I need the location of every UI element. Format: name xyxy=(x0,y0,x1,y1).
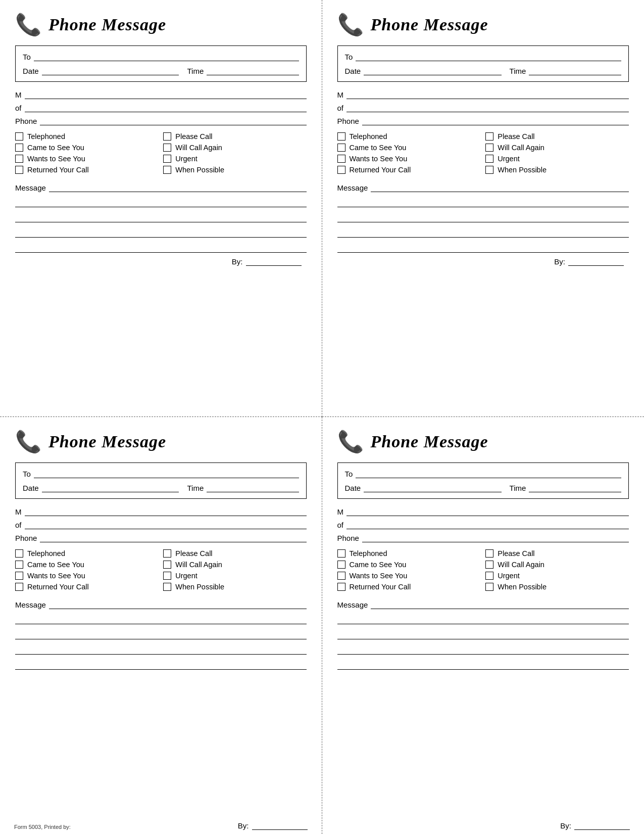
card-2-checkbox-when-possible[interactable]: When Possible xyxy=(485,166,629,174)
card-4-checkbox-will-call[interactable]: Will Call Again xyxy=(485,561,629,569)
card-4-to-field[interactable] xyxy=(356,469,621,478)
card-3-m-field[interactable] xyxy=(25,507,307,516)
card-2-checkbox-wants[interactable]: Wants to See You xyxy=(337,155,481,163)
card-3-checkbox-when-possible-box[interactable] xyxy=(163,583,171,591)
card-4-checkbox-telephoned[interactable]: Telephoned xyxy=(337,549,481,558)
card-2-extra-line-4[interactable] xyxy=(337,242,629,253)
card-4-checkbox-wants-box[interactable] xyxy=(337,572,345,580)
card-3-phone-field[interactable] xyxy=(40,533,306,542)
card-2-checkbox-urgent[interactable]: Urgent xyxy=(485,155,629,163)
card-4-checkbox-please-call[interactable]: Please Call xyxy=(485,549,629,558)
card-3-checkbox-wants-box[interactable] xyxy=(15,572,23,580)
card-4-message-field[interactable] xyxy=(371,599,629,609)
card-2-checkbox-came-box[interactable] xyxy=(337,144,345,152)
card-2-checkbox-urgent-box[interactable] xyxy=(485,155,493,163)
card-3-checkbox-will-call-box[interactable] xyxy=(163,561,171,569)
card-4-extra-line-2[interactable] xyxy=(337,628,629,639)
card-1-checkbox-returned[interactable]: Returned Your Call xyxy=(15,166,158,174)
card-1-date-field[interactable] xyxy=(42,66,179,75)
card-3-extra-line-3[interactable] xyxy=(15,643,307,655)
card-1-extra-line-4[interactable] xyxy=(15,242,307,253)
card-2-checkbox-when-possible-box[interactable] xyxy=(485,166,493,174)
card-1-checkbox-will-call[interactable]: Will Call Again xyxy=(163,144,306,152)
card-4-checkbox-came[interactable]: Came to See You xyxy=(337,561,481,569)
card-3-date-field[interactable] xyxy=(42,483,179,492)
card-4-checkbox-came-box[interactable] xyxy=(337,561,345,569)
card-3-checkbox-telephoned-box[interactable] xyxy=(15,549,23,558)
card-1-extra-line-1[interactable] xyxy=(15,196,307,207)
card-3-checkbox-came[interactable]: Came to See You xyxy=(15,561,158,569)
card-2-checkbox-will-call[interactable]: Will Call Again xyxy=(485,144,629,152)
card-1-checkbox-urgent-box[interactable] xyxy=(163,155,171,163)
card-1-checkbox-please-call-box[interactable] xyxy=(163,132,171,141)
card-1-checkbox-came-box[interactable] xyxy=(15,144,23,152)
card-4-date-field[interactable] xyxy=(364,483,501,492)
card-3-checkbox-telephoned[interactable]: Telephoned xyxy=(15,549,158,558)
card-1-checkbox-urgent[interactable]: Urgent xyxy=(163,155,306,163)
card-1-message-field[interactable] xyxy=(49,182,307,192)
card-2-by-field[interactable] xyxy=(568,257,624,266)
card-1-extra-line-2[interactable] xyxy=(15,211,307,222)
card-1-checkbox-please-call[interactable]: Please Call xyxy=(163,132,306,141)
card-1-phone-field[interactable] xyxy=(40,116,306,125)
card-1-checkbox-will-call-box[interactable] xyxy=(163,144,171,152)
card-1-checkbox-when-possible[interactable]: When Possible xyxy=(163,166,306,174)
card-3-extra-line-2[interactable] xyxy=(15,628,307,639)
card-4-extra-line-4[interactable] xyxy=(337,659,629,670)
card-2-extra-line-3[interactable] xyxy=(337,226,629,238)
card-1-of-field[interactable] xyxy=(25,103,307,112)
card-4-checkbox-returned[interactable]: Returned Your Call xyxy=(337,583,481,591)
card-1-to-field[interactable] xyxy=(34,52,299,61)
card-2-checkbox-wants-box[interactable] xyxy=(337,155,345,163)
card-1-checkbox-wants-box[interactable] xyxy=(15,155,23,163)
card-2-date-field[interactable] xyxy=(364,66,501,75)
card-2-m-field[interactable] xyxy=(346,90,629,99)
card-4-time-field[interactable] xyxy=(529,483,621,492)
card-2-checkbox-came[interactable]: Came to See You xyxy=(337,144,481,152)
card-4-checkbox-urgent[interactable]: Urgent xyxy=(485,572,629,580)
card-2-phone-field[interactable] xyxy=(362,116,629,125)
card-4-phone-field[interactable] xyxy=(362,533,629,542)
card-4-checkbox-when-possible-box[interactable] xyxy=(485,583,493,591)
card-3-extra-line-1[interactable] xyxy=(15,613,307,624)
card-4-checkbox-when-possible[interactable]: When Possible xyxy=(485,583,629,591)
card-4-of-field[interactable] xyxy=(346,520,629,529)
card-4-checkbox-telephoned-box[interactable] xyxy=(337,549,345,558)
card-2-extra-line-1[interactable] xyxy=(337,196,629,207)
card-2-checkbox-returned[interactable]: Returned Your Call xyxy=(337,166,481,174)
card-2-message-field[interactable] xyxy=(371,182,629,192)
card-2-to-field[interactable] xyxy=(356,52,621,61)
card-3-checkbox-please-call[interactable]: Please Call xyxy=(163,549,306,558)
card-3-checkbox-will-call[interactable]: Will Call Again xyxy=(163,561,306,569)
card-3-checkbox-urgent[interactable]: Urgent xyxy=(163,572,306,580)
card-2-extra-line-2[interactable] xyxy=(337,211,629,222)
card-2-checkbox-will-call-box[interactable] xyxy=(485,144,493,152)
card-2-checkbox-please-call-box[interactable] xyxy=(485,132,493,141)
card-4-checkbox-urgent-box[interactable] xyxy=(485,572,493,580)
card-3-checkbox-wants[interactable]: Wants to See You xyxy=(15,572,158,580)
card-3-to-field[interactable] xyxy=(34,469,299,478)
card-2-checkbox-returned-box[interactable] xyxy=(337,166,345,174)
card-4-checkbox-returned-box[interactable] xyxy=(337,583,345,591)
card-4-by-field[interactable] xyxy=(574,821,630,830)
card-2-checkbox-telephoned-box[interactable] xyxy=(337,132,345,141)
card-3-of-field[interactable] xyxy=(25,520,307,529)
card-1-m-field[interactable] xyxy=(25,90,307,99)
card-3-extra-line-4[interactable] xyxy=(15,659,307,670)
card-1-time-field[interactable] xyxy=(207,66,299,75)
card-3-checkbox-when-possible[interactable]: When Possible xyxy=(163,583,306,591)
card-1-checkbox-telephoned[interactable]: Telephoned xyxy=(15,132,158,141)
card-1-extra-line-3[interactable] xyxy=(15,226,307,238)
card-3-checkbox-returned-box[interactable] xyxy=(15,583,23,591)
card-3-checkbox-returned[interactable]: Returned Your Call xyxy=(15,583,158,591)
card-1-checkbox-came[interactable]: Came to See You xyxy=(15,144,158,152)
card-4-m-field[interactable] xyxy=(346,507,629,516)
card-1-checkbox-returned-box[interactable] xyxy=(15,166,23,174)
card-1-checkbox-when-possible-box[interactable] xyxy=(163,166,171,174)
card-3-checkbox-please-call-box[interactable] xyxy=(163,549,171,558)
card-4-extra-line-3[interactable] xyxy=(337,643,629,655)
card-2-checkbox-please-call[interactable]: Please Call xyxy=(485,132,629,141)
card-3-by-field[interactable] xyxy=(252,821,308,830)
card-4-checkbox-will-call-box[interactable] xyxy=(485,561,493,569)
card-2-time-field[interactable] xyxy=(529,66,621,75)
